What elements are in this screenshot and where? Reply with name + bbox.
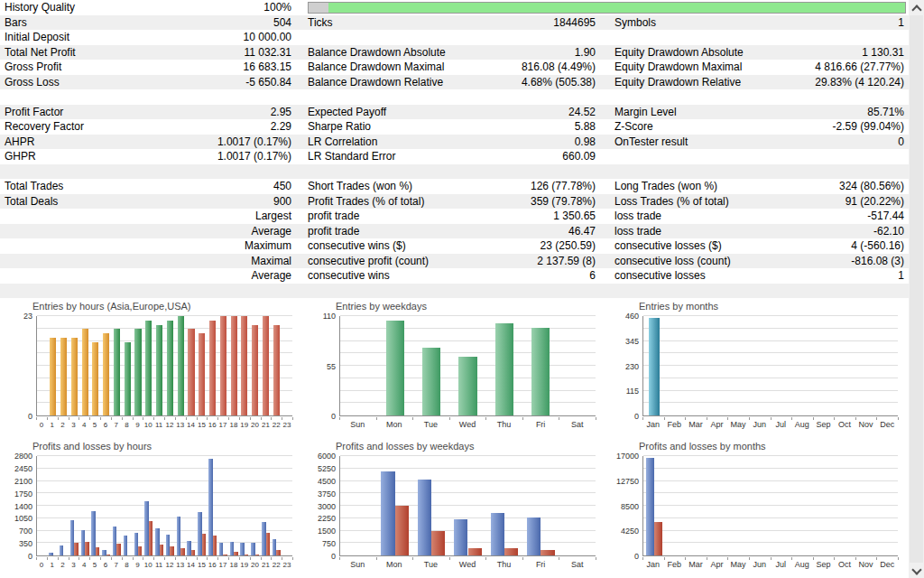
x-tick xyxy=(197,417,198,420)
bar-loss xyxy=(138,546,142,555)
bar-entries xyxy=(649,318,660,415)
y-axis-label: 3000 xyxy=(305,502,336,511)
bar-entries xyxy=(167,321,173,415)
stats-row: Total Deals900Profit Trades (% of total)… xyxy=(0,194,909,210)
x-tick xyxy=(271,417,272,420)
x-tick xyxy=(339,417,340,420)
scroll-down-button[interactable] xyxy=(909,563,924,578)
scroll-up-button[interactable] xyxy=(909,0,924,15)
stats-cell: Expected Payoff24.52 xyxy=(303,105,610,120)
chart-title: Entries by hours (Asia,Europe,USA) xyxy=(32,301,190,312)
stats-cell: LR Correlation0.98 xyxy=(303,135,610,150)
stat-value: 11 032.31 xyxy=(245,45,292,61)
x-tick xyxy=(559,557,559,560)
x-axis-label: 1 xyxy=(47,561,58,569)
gridline xyxy=(643,517,898,518)
x-axis-label: Jan xyxy=(642,421,664,429)
stat-value: 900 xyxy=(273,194,291,210)
stats-row: Bars504Ticks1844695Symbols1 xyxy=(0,15,909,31)
gridline xyxy=(37,455,292,456)
bar-loss xyxy=(191,550,195,555)
bar-loss xyxy=(85,542,88,555)
bar-entries xyxy=(71,338,78,415)
stats-cell: Average xyxy=(0,268,303,284)
stat-value: 10 000.00 xyxy=(244,30,291,45)
bar-entries xyxy=(263,316,269,415)
x-tick xyxy=(771,557,772,560)
chart-pl-by-hours: Profits and losses by hours0350700105014… xyxy=(0,438,303,578)
gridline xyxy=(340,517,596,518)
x-axis-label: Aug xyxy=(791,421,813,429)
stat-value: 1.0017 (0.17%) xyxy=(217,149,291,164)
stat-value: -5 650.84 xyxy=(245,75,291,90)
scrollbar-thumb[interactable] xyxy=(910,15,923,563)
x-tick xyxy=(239,557,240,560)
bar-entries xyxy=(231,316,237,415)
x-tick xyxy=(642,417,643,420)
stats-row: Total Trades450Short Trades (won %)126 (… xyxy=(0,179,909,194)
stat-value: Maximal xyxy=(251,254,291,269)
x-axis-label: 10 xyxy=(143,561,153,569)
y-axis-label: 4250 xyxy=(608,527,639,536)
x-tick xyxy=(412,417,413,420)
stat-label: OnTester result xyxy=(614,135,688,150)
x-axis-label: 19 xyxy=(239,561,250,569)
stat-label: AHPR xyxy=(5,135,34,150)
stats-cell: Total Net Profit11 032.31 xyxy=(0,45,303,61)
x-tick xyxy=(749,417,750,420)
stat-label: Equity Drawdown Maximal xyxy=(614,60,742,75)
y-axis-label: 17000 xyxy=(608,452,639,461)
x-tick xyxy=(834,417,835,420)
stats-cell xyxy=(303,164,610,180)
gridline xyxy=(37,505,292,506)
bar-loss xyxy=(266,533,270,555)
x-tick xyxy=(749,557,750,560)
gridline xyxy=(340,328,596,329)
x-axis-label: Tue xyxy=(412,421,449,429)
y-axis-label: 0 xyxy=(2,552,32,561)
stat-label: Bars xyxy=(5,15,27,31)
stat-label: Recovery Factor xyxy=(5,119,84,135)
bar-loss xyxy=(276,550,280,555)
stat-value: 1 xyxy=(898,268,904,284)
x-axis-label: Sep xyxy=(813,561,835,569)
x-tick xyxy=(100,557,101,560)
x-tick xyxy=(228,557,229,560)
stat-label: Gross Loss xyxy=(5,75,60,90)
stat-label: Equity Drawdown Relative xyxy=(614,75,741,90)
stats-cell xyxy=(0,89,303,105)
stat-value: Maximum xyxy=(245,238,291,254)
bar-entries xyxy=(495,323,513,415)
y-axis-label: 2250 xyxy=(305,514,336,523)
x-axis-label: 8 xyxy=(122,421,133,429)
x-axis-label: Apr xyxy=(707,421,728,429)
stat-value: 1 350.65 xyxy=(553,209,596,224)
stats-cell: Short Trades (won %)126 (77.78%) xyxy=(303,179,610,194)
stat-label: Total Trades xyxy=(5,179,63,194)
bar-profit xyxy=(418,480,431,555)
bar-profit xyxy=(219,543,223,555)
gridline xyxy=(340,468,596,469)
x-axis-label: Feb xyxy=(664,421,686,429)
vertical-scrollbar[interactable] xyxy=(909,0,924,578)
x-axis-label: 14 xyxy=(186,421,197,429)
y-axis-label: 0 xyxy=(608,412,639,421)
x-axis-label: 21 xyxy=(261,421,272,429)
gridline xyxy=(643,480,898,481)
stats-cell: loss trade-62.10 xyxy=(610,224,909,239)
x-axis-label: 8 xyxy=(122,561,133,569)
x-axis-label: 23 xyxy=(282,561,292,569)
bar-loss xyxy=(170,546,173,555)
gridline xyxy=(340,542,596,543)
bar-entries xyxy=(188,329,194,415)
gridline xyxy=(340,340,596,341)
stat-label: Profit Trades (% of total) xyxy=(308,194,424,210)
x-tick xyxy=(111,557,112,560)
bar-entries xyxy=(252,325,258,415)
stats-cell: Z-Score-2.59 (99.04%) xyxy=(610,119,909,135)
gridline xyxy=(643,542,898,543)
x-axis-label: 2 xyxy=(58,561,69,569)
x-tick xyxy=(143,557,143,560)
bar-loss xyxy=(96,547,99,555)
x-axis-label: 20 xyxy=(250,561,261,569)
